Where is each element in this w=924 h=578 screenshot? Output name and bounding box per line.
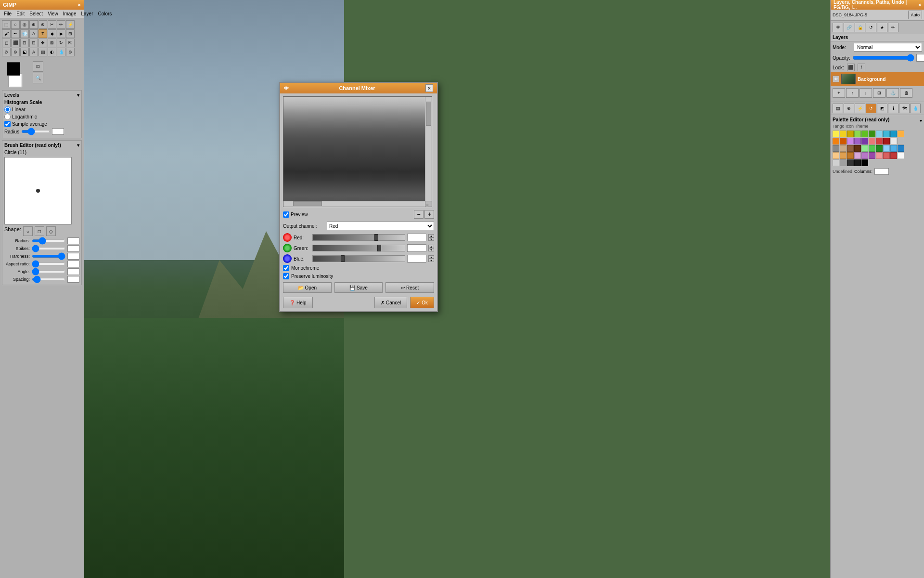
tool-blend[interactable]: ◐ xyxy=(48,48,56,56)
tool-shear[interactable]: ⊘ xyxy=(2,48,11,56)
tool-airbrush[interactable]: 💨 xyxy=(20,29,29,38)
quick-mask-btn[interactable]: ⊡ xyxy=(33,61,43,72)
tool-smudge[interactable]: ◻ xyxy=(2,39,11,47)
palette-cell-4[interactable] xyxy=(861,131,868,137)
menu-file[interactable]: File xyxy=(2,11,13,17)
palette-cell-7[interactable] xyxy=(883,131,890,137)
palette-cell-6[interactable] xyxy=(876,131,883,137)
save-button[interactable]: 💾 Save xyxy=(334,282,383,293)
preserve-luminosity-checkbox[interactable] xyxy=(283,273,289,279)
layer-item-background[interactable]: 👁 Background xyxy=(831,72,924,86)
layer-lower-btn[interactable]: ↓ xyxy=(860,88,872,98)
opacity-slider[interactable] xyxy=(852,56,914,60)
tool-paintbrush[interactable]: 🖌 xyxy=(2,29,11,38)
palette-cell-14[interactable] xyxy=(861,138,868,144)
palette-cell-33[interactable] xyxy=(854,152,861,159)
palette-cell-10[interactable] xyxy=(833,138,839,144)
brush-editor-collapse-btn[interactable]: ▾ xyxy=(77,143,79,148)
tool-pencil[interactable]: ✒ xyxy=(11,29,20,38)
palette-cell-43[interactable] xyxy=(854,159,861,166)
brush-angle-input[interactable]: 0 xyxy=(67,268,79,275)
tool-paths[interactable]: ⚡ xyxy=(66,20,75,29)
palette-cell-32[interactable] xyxy=(847,152,854,159)
green-spin-down[interactable]: ▼ xyxy=(428,248,434,251)
output-channel-dropdown[interactable]: Red Green Blue xyxy=(327,222,434,230)
palette-cell-27[interactable] xyxy=(883,145,890,152)
tool-dodge[interactable]: ⬛ xyxy=(11,39,20,47)
tool-flip[interactable]: ⬕ xyxy=(20,48,29,56)
palette-cell-16[interactable] xyxy=(876,138,883,144)
palette-editor-collapse[interactable]: ▾ xyxy=(920,118,922,123)
layers-icon-link[interactable]: 🔗 xyxy=(844,23,854,32)
help-button[interactable]: ❓ Help xyxy=(283,297,313,308)
tool-scissors[interactable]: ✂ xyxy=(48,20,56,29)
tool-free-select[interactable]: ◎ xyxy=(20,20,29,29)
tool-eyedropper[interactable]: 💧 xyxy=(57,48,65,56)
palette-cell-31[interactable] xyxy=(840,152,847,159)
palette-cell-28[interactable] xyxy=(890,145,897,152)
shape-circle-btn[interactable]: ○ xyxy=(23,226,33,236)
brush-spacing-slider[interactable] xyxy=(32,278,65,281)
blue-spin-down[interactable]: ▼ xyxy=(428,259,434,262)
tool-crop[interactable]: ⊠ xyxy=(48,39,56,47)
palette-cell-13[interactable] xyxy=(854,138,861,144)
palette-cell-38[interactable] xyxy=(890,152,897,159)
palette-cell-39[interactable] xyxy=(898,152,904,159)
ok-button[interactable]: ✓ Ok xyxy=(410,297,434,308)
layer-anchor-btn[interactable]: ⚓ xyxy=(886,88,899,98)
reset-button[interactable]: ↩ Reset xyxy=(385,282,434,293)
palette-cell-1[interactable] xyxy=(840,131,847,137)
zoom-btn[interactable]: 🔍 xyxy=(33,73,43,83)
palette-cell-5[interactable] xyxy=(869,131,875,137)
monochrome-checkbox[interactable] xyxy=(283,265,289,271)
layers-icon-refresh[interactable]: ↺ xyxy=(866,23,876,32)
linear-option[interactable]: Linear xyxy=(4,106,79,113)
brush-aspect-input[interactable]: 1.0 xyxy=(67,261,79,267)
palette-cell-18[interactable] xyxy=(890,138,897,144)
brush-spacing-input[interactable]: 10 xyxy=(67,276,79,283)
layers-tab-sample[interactable]: 💧 xyxy=(910,104,921,113)
bg-color-swatch[interactable] xyxy=(9,74,22,87)
red-channel-input[interactable]: 32.2 xyxy=(407,234,426,241)
radius-input[interactable]: 3 xyxy=(52,128,64,135)
layers-icon-eye[interactable]: 👁 xyxy=(833,23,843,32)
palette-cell-29[interactable] xyxy=(898,145,904,152)
preview-scroll-x[interactable] xyxy=(283,201,425,207)
palette-cell-26[interactable] xyxy=(876,145,883,152)
preview-checkbox[interactable] xyxy=(283,211,289,218)
layers-tab-info[interactable]: ℹ xyxy=(888,104,898,113)
palette-cell-2[interactable] xyxy=(847,131,854,137)
tool-clone[interactable]: T xyxy=(38,29,47,38)
red-spin-up[interactable]: ▲ xyxy=(428,234,434,237)
tool-text[interactable]: A xyxy=(29,48,38,56)
layer-raise-btn[interactable]: ↑ xyxy=(846,88,859,98)
layer-new-btn[interactable]: + xyxy=(833,88,845,98)
palette-cell-34[interactable] xyxy=(861,152,868,159)
red-channel-slider-container[interactable] xyxy=(312,234,405,241)
palette-cell-15[interactable] xyxy=(869,138,875,144)
brush-hardness-slider[interactable] xyxy=(32,255,65,258)
blue-channel-slider-thumb[interactable] xyxy=(341,255,345,262)
layers-tab-undo[interactable]: ↺ xyxy=(866,104,876,113)
green-channel-slider-container[interactable] xyxy=(312,245,405,251)
palette-cell-11[interactable] xyxy=(840,138,847,144)
palette-cell-42[interactable] xyxy=(847,159,854,166)
menu-view[interactable]: View xyxy=(46,11,60,17)
menu-edit[interactable]: Edit xyxy=(14,11,26,17)
layers-tab-nav[interactable]: 🗺 xyxy=(899,104,910,113)
layers-tab-fgbg[interactable]: ◩ xyxy=(877,104,887,113)
menu-layer[interactable]: Layer xyxy=(79,11,95,17)
palette-cell-35[interactable] xyxy=(869,152,875,159)
green-channel-slider-thumb[interactable] xyxy=(377,245,381,251)
layers-icon-edit[interactable]: ✏ xyxy=(888,23,898,32)
palette-cell-41[interactable] xyxy=(840,159,847,166)
layers-icon-star[interactable]: ★ xyxy=(877,23,887,32)
layers-auto-btn[interactable]: Auto xyxy=(908,11,922,19)
tool-fuzzy-select[interactable]: ⊕ xyxy=(29,20,38,29)
palette-cell-44[interactable] xyxy=(861,159,868,166)
layers-tab-channels[interactable]: ⊕ xyxy=(844,104,854,113)
gimp-close-btn[interactable]: × xyxy=(78,2,81,8)
fg-color-swatch[interactable] xyxy=(7,62,20,76)
brush-angle-slider[interactable] xyxy=(32,270,65,273)
zoom-in-btn[interactable]: + xyxy=(424,210,434,219)
